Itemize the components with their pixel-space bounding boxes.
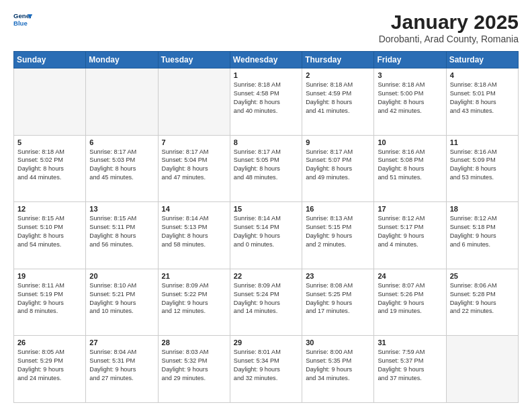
calendar-subtitle: Dorobanti, Arad County, Romania (379, 34, 519, 44)
day-info: Sunrise: 8:17 AM Sunset: 5:05 PM Dayligh… (234, 148, 298, 183)
header-friday: Friday (374, 52, 446, 68)
day-info: Sunrise: 8:17 AM Sunset: 5:07 PM Dayligh… (306, 148, 370, 183)
table-row: 24Sunrise: 8:07 AM Sunset: 5:26 PM Dayli… (374, 269, 446, 336)
day-number: 22 (234, 272, 298, 280)
day-info: Sunrise: 8:18 AM Sunset: 5:00 PM Dayligh… (378, 81, 442, 116)
day-info: Sunrise: 8:09 AM Sunset: 5:24 PM Dayligh… (234, 281, 298, 316)
day-number: 4 (450, 71, 515, 79)
day-info: Sunrise: 8:17 AM Sunset: 5:03 PM Dayligh… (89, 148, 154, 183)
day-info: Sunrise: 8:15 AM Sunset: 5:10 PM Dayligh… (17, 214, 82, 249)
table-row: 11Sunrise: 8:16 AM Sunset: 5:09 PM Dayli… (446, 135, 518, 202)
week-row-4: 26Sunrise: 8:05 AM Sunset: 5:29 PM Dayli… (14, 336, 519, 403)
day-number: 20 (89, 272, 154, 280)
table-row: 27Sunrise: 8:04 AM Sunset: 5:31 PM Dayli… (86, 336, 158, 403)
day-info: Sunrise: 8:13 AM Sunset: 5:15 PM Dayligh… (306, 214, 370, 249)
table-row: 26Sunrise: 8:05 AM Sunset: 5:29 PM Dayli… (14, 336, 86, 403)
day-number: 6 (89, 138, 154, 146)
table-row: 1Sunrise: 8:18 AM Sunset: 4:58 PM Daylig… (230, 68, 302, 136)
table-row: 20Sunrise: 8:10 AM Sunset: 5:21 PM Dayli… (86, 269, 158, 336)
day-info: Sunrise: 8:01 AM Sunset: 5:34 PM Dayligh… (234, 348, 298, 383)
table-row: 31Sunrise: 7:59 AM Sunset: 5:37 PM Dayli… (374, 336, 446, 403)
day-info: Sunrise: 8:16 AM Sunset: 5:08 PM Dayligh… (378, 148, 442, 183)
day-number: 30 (306, 338, 370, 347)
table-row: 4Sunrise: 8:18 AM Sunset: 5:01 PM Daylig… (446, 68, 518, 136)
table-row: 30Sunrise: 8:00 AM Sunset: 5:35 PM Dayli… (302, 336, 374, 403)
table-row: 18Sunrise: 8:12 AM Sunset: 5:18 PM Dayli… (446, 202, 518, 269)
day-info: Sunrise: 8:17 AM Sunset: 5:04 PM Dayligh… (162, 148, 226, 183)
day-number: 19 (17, 272, 82, 280)
table-row (86, 68, 158, 136)
table-row: 17Sunrise: 8:12 AM Sunset: 5:17 PM Dayli… (374, 202, 446, 269)
table-row: 8Sunrise: 8:17 AM Sunset: 5:05 PM Daylig… (230, 135, 302, 202)
day-number: 16 (306, 205, 370, 213)
header-wednesday: Wednesday (230, 52, 302, 68)
table-row: 3Sunrise: 8:18 AM Sunset: 5:00 PM Daylig… (374, 68, 446, 136)
table-row (446, 336, 518, 403)
day-info: Sunrise: 8:04 AM Sunset: 5:31 PM Dayligh… (89, 348, 154, 383)
table-row: 12Sunrise: 8:15 AM Sunset: 5:10 PM Dayli… (14, 202, 86, 269)
day-number: 29 (234, 338, 298, 347)
day-number: 15 (234, 205, 298, 213)
table-row: 21Sunrise: 8:09 AM Sunset: 5:22 PM Dayli… (158, 269, 230, 336)
day-number: 31 (378, 338, 442, 347)
day-info: Sunrise: 7:59 AM Sunset: 5:37 PM Dayligh… (378, 348, 442, 383)
day-number: 9 (306, 138, 370, 146)
page: General Blue January 2025 Dorobanti, Ara… (0, 0, 532, 411)
calendar-table: Sunday Monday Tuesday Wednesday Thursday… (13, 51, 519, 403)
day-info: Sunrise: 8:08 AM Sunset: 5:25 PM Dayligh… (306, 281, 370, 316)
table-row: 6Sunrise: 8:17 AM Sunset: 5:03 PM Daylig… (86, 135, 158, 202)
week-row-0: 1Sunrise: 8:18 AM Sunset: 4:58 PM Daylig… (14, 68, 519, 136)
day-number: 3 (378, 71, 442, 79)
day-number: 23 (306, 272, 370, 280)
day-info: Sunrise: 8:16 AM Sunset: 5:09 PM Dayligh… (450, 148, 515, 183)
table-row: 10Sunrise: 8:16 AM Sunset: 5:08 PM Dayli… (374, 135, 446, 202)
day-info: Sunrise: 8:15 AM Sunset: 5:11 PM Dayligh… (89, 214, 154, 249)
day-number: 28 (162, 338, 226, 347)
header-monday: Monday (86, 52, 158, 68)
table-row: 22Sunrise: 8:09 AM Sunset: 5:24 PM Dayli… (230, 269, 302, 336)
table-row: 9Sunrise: 8:17 AM Sunset: 5:07 PM Daylig… (302, 135, 374, 202)
day-number: 5 (17, 138, 82, 146)
day-info: Sunrise: 8:00 AM Sunset: 5:35 PM Dayligh… (306, 348, 370, 383)
day-info: Sunrise: 8:18 AM Sunset: 4:58 PM Dayligh… (234, 81, 298, 116)
header-tuesday: Tuesday (158, 52, 230, 68)
day-info: Sunrise: 8:18 AM Sunset: 4:59 PM Dayligh… (306, 81, 370, 116)
day-info: Sunrise: 8:05 AM Sunset: 5:29 PM Dayligh… (17, 348, 82, 383)
logo: General Blue (13, 11, 32, 30)
day-info: Sunrise: 8:06 AM Sunset: 5:28 PM Dayligh… (450, 281, 515, 316)
day-number: 26 (17, 338, 82, 347)
day-number: 2 (306, 71, 370, 79)
day-info: Sunrise: 8:12 AM Sunset: 5:17 PM Dayligh… (378, 214, 442, 249)
table-row: 25Sunrise: 8:06 AM Sunset: 5:28 PM Dayli… (446, 269, 518, 336)
week-row-3: 19Sunrise: 8:11 AM Sunset: 5:19 PM Dayli… (14, 269, 519, 336)
table-row: 5Sunrise: 8:18 AM Sunset: 5:02 PM Daylig… (14, 135, 86, 202)
header-thursday: Thursday (302, 52, 374, 68)
day-info: Sunrise: 8:14 AM Sunset: 5:14 PM Dayligh… (234, 214, 298, 249)
day-number: 7 (162, 138, 226, 146)
day-number: 8 (234, 138, 298, 146)
table-row: 19Sunrise: 8:11 AM Sunset: 5:19 PM Dayli… (14, 269, 86, 336)
header-saturday: Saturday (446, 52, 518, 68)
svg-text:Blue: Blue (13, 19, 28, 27)
table-row: 15Sunrise: 8:14 AM Sunset: 5:14 PM Dayli… (230, 202, 302, 269)
table-row: 29Sunrise: 8:01 AM Sunset: 5:34 PM Dayli… (230, 336, 302, 403)
week-row-1: 5Sunrise: 8:18 AM Sunset: 5:02 PM Daylig… (14, 135, 519, 202)
day-info: Sunrise: 8:14 AM Sunset: 5:13 PM Dayligh… (162, 214, 226, 249)
day-number: 21 (162, 272, 226, 280)
day-number: 14 (162, 205, 226, 213)
day-info: Sunrise: 8:10 AM Sunset: 5:21 PM Dayligh… (89, 281, 154, 316)
day-info: Sunrise: 8:03 AM Sunset: 5:32 PM Dayligh… (162, 348, 226, 383)
table-row (14, 68, 86, 136)
table-row: 14Sunrise: 8:14 AM Sunset: 5:13 PM Dayli… (158, 202, 230, 269)
day-info: Sunrise: 8:18 AM Sunset: 5:02 PM Dayligh… (17, 148, 82, 183)
day-number: 27 (89, 338, 154, 347)
day-info: Sunrise: 8:09 AM Sunset: 5:22 PM Dayligh… (162, 281, 226, 316)
day-number: 13 (89, 205, 154, 213)
day-info: Sunrise: 8:12 AM Sunset: 5:18 PM Dayligh… (450, 214, 515, 249)
day-number: 24 (378, 272, 442, 280)
table-row: 2Sunrise: 8:18 AM Sunset: 4:59 PM Daylig… (302, 68, 374, 136)
table-row: 13Sunrise: 8:15 AM Sunset: 5:11 PM Dayli… (86, 202, 158, 269)
day-number: 17 (378, 205, 442, 213)
header-sunday: Sunday (14, 52, 86, 68)
day-info: Sunrise: 8:11 AM Sunset: 5:19 PM Dayligh… (17, 281, 82, 316)
